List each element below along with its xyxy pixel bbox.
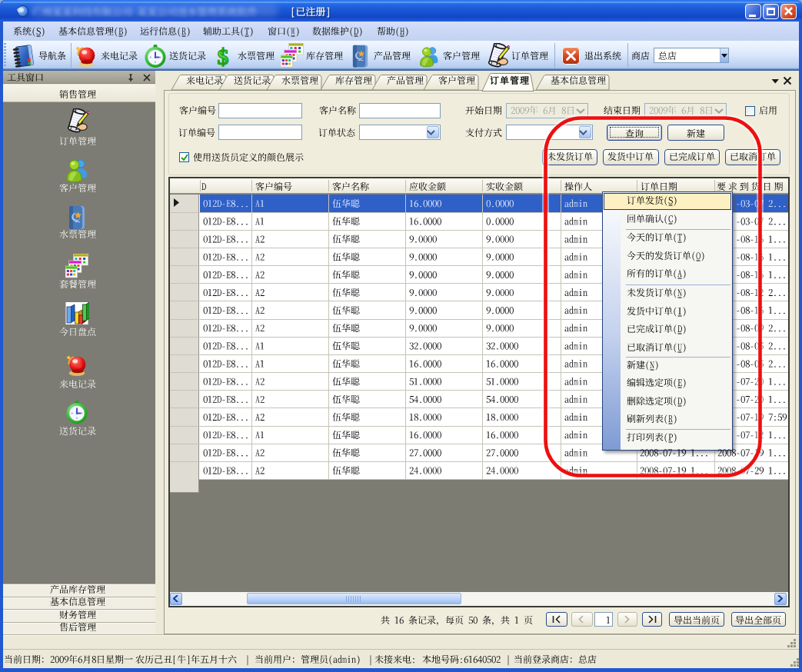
svg-text:$: $ bbox=[218, 45, 229, 68]
